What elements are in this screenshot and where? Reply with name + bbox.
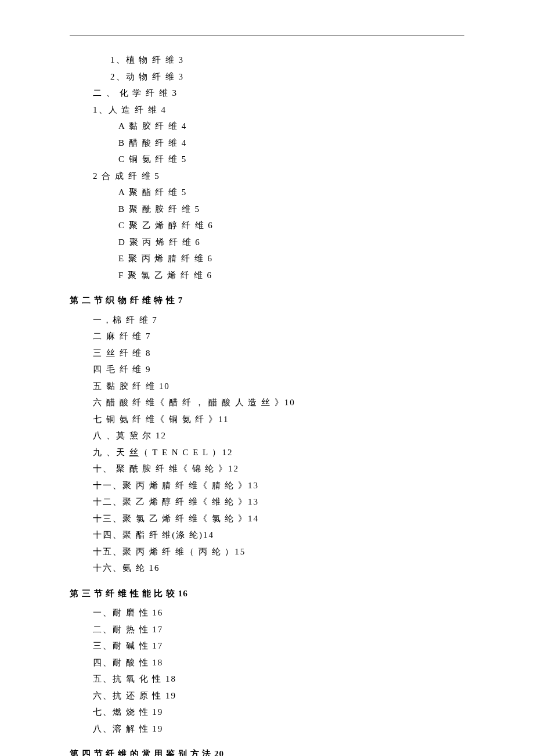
toc-entry: 十、 聚 酰 胺 纤 维《 锦 纶 》12: [93, 462, 476, 477]
toc-entry: A 聚 酯 纤 维 5: [118, 185, 476, 200]
toc-entry: 二 、 化 学 纤 维 3: [93, 86, 476, 101]
toc-section-3-heading: 第 三 节 纤 维 性 能 比 较 16: [70, 586, 476, 602]
toc-entry: 十一、聚 丙 烯 腈 纤 维《 腈 纶 》13: [93, 478, 476, 494]
toc-entry: 八 、莫 黛 尔 12: [93, 429, 476, 444]
toc-entry: F 聚 氯 乙 烯 纤 维 6: [118, 268, 476, 283]
toc-entry: 九 、天 丝（ T E N C E L ）12: [93, 445, 476, 460]
document-page: 1、植 物 纤 维 32、动 物 纤 维 3二 、 化 学 纤 维 31、人 造…: [0, 0, 534, 756]
toc-entry: 五 黏 胶 纤 维 10: [93, 379, 476, 394]
underlined-text: 丝: [129, 448, 139, 457]
toc-entry: 1、植 物 纤 维 3: [110, 53, 476, 68]
toc-entry: 十三、聚 氯 乙 烯 纤 维《 氯 纶 》14: [93, 512, 476, 527]
toc-entry: 1、人 造 纤 维 4: [93, 103, 476, 118]
toc-entry: E 聚 丙 烯 腈 纤 维 6: [118, 251, 476, 267]
top-divider: [70, 35, 464, 35]
toc-entry: 一，棉 纤 维 7: [93, 313, 476, 328]
toc-section-2-heading: 第 二 节 织 物 纤 维 特 性 7: [70, 293, 476, 308]
toc-entry: 六、抗 还 原 性 19: [93, 689, 476, 704]
toc-entry: 十六、氨 纶 16: [93, 561, 476, 576]
toc-entry: 2、动 物 纤 维 3: [110, 70, 476, 85]
toc-entry: 五、抗 氧 化 性 18: [93, 672, 476, 687]
toc-entry: 四、耐 酸 性 18: [93, 656, 476, 671]
toc-section-4-heading: 第 四 节 纤 维 的 常 用 鉴 别 方 法 20: [70, 747, 476, 756]
toc-entry: 三 丝 纤 维 8: [93, 346, 476, 361]
toc-entry: B 醋 酸 纤 维 4: [118, 136, 476, 151]
toc-section-1-items: 1、植 物 纤 维 32、动 物 纤 维 3二 、 化 学 纤 维 31、人 造…: [58, 53, 476, 283]
toc-entry: 二、耐 热 性 17: [93, 622, 476, 638]
toc-entry: 十五、聚 丙 烯 纤 维（ 丙 纶 ）15: [93, 545, 476, 560]
toc-entry: 十二、聚 乙 烯 醇 纤 维《 维 纶 》13: [93, 495, 476, 510]
toc-section-2-items: 一，棉 纤 维 7二 麻 纤 维 7三 丝 纤 维 8四 毛 纤 维 9五 黏 …: [58, 313, 476, 576]
toc-entry: 二 麻 纤 维 7: [93, 329, 476, 344]
toc-entry: D 聚 丙 烯 纤 维 6: [118, 235, 476, 250]
toc-entry: 七、燃 烧 性 19: [93, 705, 476, 720]
toc-entry: 七 铜 氨 纤 维《 铜 氨 纤 》11: [93, 412, 476, 427]
toc-entry: 2 合 成 纤 维 5: [93, 169, 476, 184]
toc-entry: 一、耐 磨 性 16: [93, 606, 476, 621]
toc-entry: 六 醋 酸 纤 维《 醋 纤 ， 醋 酸 人 造 丝 》10: [93, 395, 476, 411]
toc-entry: C 聚 乙 烯 醇 纤 维 6: [118, 218, 476, 233]
toc-entry: 四 毛 纤 维 9: [93, 362, 476, 377]
toc-entry: 三、耐 碱 性 17: [93, 639, 476, 654]
toc-entry: B 聚 酰 胺 纤 维 5: [118, 202, 476, 217]
toc-entry: 十四、聚 酯 纤 维(涤 纶)14: [93, 528, 476, 543]
toc-section-3-items: 一、耐 磨 性 16二、耐 热 性 17三、耐 碱 性 17四、耐 酸 性 18…: [58, 606, 476, 736]
toc-entry: 八、溶 解 性 19: [93, 722, 476, 737]
toc-entry: C 铜 氨 纤 维 5: [118, 152, 476, 167]
toc-entry: A 黏 胶 纤 维 4: [118, 119, 476, 134]
